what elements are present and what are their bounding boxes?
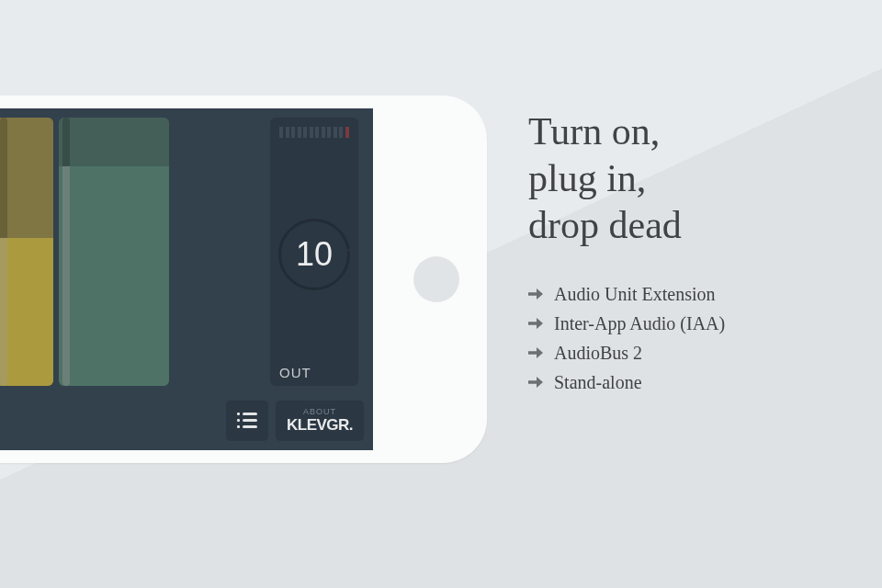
home-button[interactable] <box>413 256 459 302</box>
about-label: ABOUT <box>303 407 336 416</box>
feature-label: AudioBus 2 <box>554 338 642 368</box>
channel-strip: LO MID HI <box>0 118 169 386</box>
feature-item: Inter-App Audio (IAA) <box>528 309 850 338</box>
presets-button[interactable] <box>226 401 268 441</box>
marketing-copy: Turn on, plug in, drop dead Audio Unit E… <box>528 108 850 397</box>
feature-label: Stand-alone <box>554 368 642 397</box>
output-panel: 10 OUT <box>270 118 358 386</box>
channel-mid[interactable]: MID <box>0 118 53 386</box>
channel-mid-level <box>0 238 53 386</box>
channel-hi-top <box>59 118 169 166</box>
headline: Turn on, plug in, drop dead <box>528 108 850 250</box>
output-meter <box>279 127 349 138</box>
device-frame: LO MID HI 10 OUT <box>0 96 487 463</box>
feature-item: Audio Unit Extension <box>528 279 850 309</box>
brand-logo: KLEVGR. <box>287 416 353 435</box>
arrow-right-icon <box>528 376 543 389</box>
headline-line-3: drop dead <box>528 202 850 249</box>
feature-label: Audio Unit Extension <box>554 279 716 309</box>
headline-line-2: plug in, <box>528 155 850 202</box>
channel-mid-top <box>0 118 53 238</box>
app-screen: LO MID HI 10 OUT <box>0 108 373 450</box>
list-icon <box>237 413 257 429</box>
channel-hi[interactable]: HI <box>59 118 169 386</box>
bottom-bar: ND ON ABOUT KLEVGR. <box>0 401 364 441</box>
knob-arc-indicator <box>264 204 364 304</box>
headline-line-1: Turn on, <box>528 108 850 155</box>
channel-hi-meter <box>62 118 70 386</box>
feature-label: Inter-App Audio (IAA) <box>554 309 725 338</box>
feature-list: Audio Unit Extension Inter-App Audio (IA… <box>528 279 850 397</box>
channel-mid-meter <box>0 118 7 386</box>
output-label: OUT <box>279 365 311 380</box>
channel-hi-level <box>59 166 169 386</box>
feature-item: AudioBus 2 <box>528 338 850 368</box>
arrow-right-icon <box>528 288 543 300</box>
arrow-right-icon <box>528 346 543 359</box>
about-brand-button[interactable]: ABOUT KLEVGR. <box>276 401 364 441</box>
output-knob[interactable]: 10 <box>278 219 350 290</box>
arrow-right-icon <box>528 317 543 330</box>
feature-item: Stand-alone <box>528 368 850 397</box>
